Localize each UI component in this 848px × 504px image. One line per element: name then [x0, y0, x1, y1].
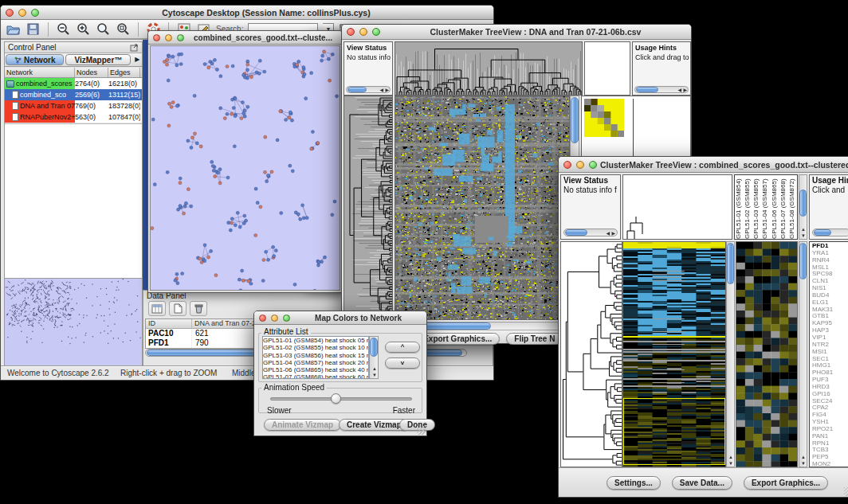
gene-label[interactable]: GTB1 [812, 313, 848, 320]
network1-title-bar[interactable]: combined_scores_good.txt--cluste... [148, 31, 342, 45]
attribute-item[interactable]: GPL51-07 (GSM868) heat shock 60 min [263, 373, 368, 379]
row-dendrogram[interactable] [560, 241, 622, 467]
treeview2-button[interactable]: Save Data... [672, 476, 732, 490]
zoom-selected-icon[interactable] [96, 22, 111, 37]
dialog-title-bar[interactable]: Map Colors to Network [254, 311, 426, 325]
close-button[interactable] [259, 315, 266, 322]
treeview1-button[interactable]: Flip Tree N [506, 333, 563, 345]
open-file-icon[interactable] [6, 22, 21, 37]
zoom-button[interactable] [31, 9, 39, 17]
save-icon[interactable] [26, 22, 41, 37]
minimize-button[interactable] [576, 161, 584, 169]
view-status-scrollbar[interactable]: ◀▶ [563, 229, 618, 236]
attribute-item[interactable]: GPL51-02 (GSM855) heat shock 10 min [263, 344, 368, 351]
treeview1-button[interactable]: Export Graphics... [415, 333, 500, 345]
gene-label[interactable]: NIS1 [812, 285, 848, 292]
gene-label[interactable]: RPO21 [812, 426, 848, 433]
birds-eye-view[interactable] [5, 278, 142, 365]
zoom-button[interactable] [589, 161, 597, 169]
treeview2-title-bar[interactable]: ClusterMaker TreeView : combined_scores_… [559, 157, 848, 173]
gene-label[interactable]: PEP5 [812, 454, 848, 461]
close-button[interactable] [563, 161, 571, 169]
resize-grip[interactable] [844, 487, 848, 496]
gene-label[interactable]: MAK31 [812, 307, 848, 314]
speed-slider-track[interactable] [270, 397, 412, 400]
select-attributes-icon[interactable] [148, 301, 166, 316]
zoom-button[interactable] [372, 28, 380, 36]
tab-overflow-arrow[interactable]: ▶ [132, 53, 143, 66]
gene-label[interactable]: ELG1 [812, 299, 848, 307]
correlation-thumbnail[interactable] [584, 99, 624, 137]
new-attribute-icon[interactable] [169, 301, 186, 316]
gene-label[interactable]: NTR2 [812, 342, 848, 349]
attribute-item[interactable]: GPL51-01 (GSM854) heat shock 05 min [263, 337, 368, 344]
gene-label[interactable]: MSI1 [812, 349, 848, 356]
network-row[interactable]: RNAPuberNov2+ 563(0) 107847(0) [5, 111, 142, 123]
gene-label[interactable]: PAN1 [812, 433, 848, 440]
gene-label[interactable]: MSL1 [812, 264, 848, 272]
column-labels-scrollbar[interactable]: ▲▼ [799, 174, 807, 240]
minimize-button[interactable] [18, 9, 26, 17]
treeview2-button[interactable]: Settings... [607, 476, 661, 490]
column-dendrogram[interactable] [622, 174, 732, 240]
attribute-list[interactable]: GPL51-01 (GSM854) heat shock 05 minGPL51… [262, 336, 369, 379]
gene-label[interactable]: HRD3 [812, 384, 848, 391]
delete-attribute-icon[interactable] [190, 301, 207, 316]
attribute-item[interactable]: GPL51-06 (GSM865) heat shock 40 min [263, 366, 368, 373]
tab-vizmapper[interactable]: VizMapper™ [65, 54, 131, 65]
tab-network[interactable]: Network [6, 54, 64, 65]
gene-label[interactable]: KAP95 [812, 320, 848, 327]
close-button[interactable] [153, 34, 160, 41]
attribute-item[interactable]: GPL51-03 (GSM856) heat shock 15 min [263, 352, 368, 359]
gene-label[interactable]: YSH1 [812, 419, 848, 426]
usage-hints-scrollbar[interactable] [812, 229, 848, 236]
gene-label[interactable]: PFD1 [812, 243, 848, 250]
zoom-in-icon[interactable] [76, 22, 91, 37]
minimize-button[interactable] [165, 34, 172, 41]
gene-label[interactable]: CPA2 [812, 404, 848, 412]
attribute-item[interactable]: GPL51-04 (GSM857) heat shock 20 min [263, 359, 368, 366]
gene-label[interactable]: TCB3 [812, 447, 848, 454]
heatmap-view[interactable] [622, 241, 726, 467]
view-status-scrollbar[interactable]: ◀▶ [346, 86, 391, 93]
gene-label[interactable]: RNR4 [812, 257, 848, 264]
treeview1-title-bar[interactable]: ClusterMaker TreeView : DNA and Tran 07-… [342, 25, 691, 40]
gene-label[interactable]: HAP3 [812, 327, 848, 334]
row-dendrogram[interactable] [344, 96, 393, 320]
heatmap-vertical-scrollbar[interactable]: ▲▼ [726, 241, 735, 467]
treeview2-button[interactable]: Export Graphics... [744, 476, 828, 490]
gene-label[interactable]: VIP1 [812, 334, 848, 342]
gene-label[interactable]: PHO81 [812, 369, 848, 377]
close-button[interactable] [6, 9, 14, 17]
zoom-out-icon[interactable] [56, 22, 71, 37]
gene-label[interactable]: SEC1 [812, 356, 848, 363]
column-dendrogram[interactable] [395, 41, 583, 96]
zoom-fit-icon[interactable] [116, 22, 131, 37]
network-row[interactable]: DNA and Tran 07 769(0) 183728(0) [5, 100, 142, 111]
network-tree-area[interactable] [5, 123, 142, 278]
attribute-list-scrollbar[interactable]: ▲▼ [369, 336, 379, 379]
resize-grip[interactable] [417, 426, 426, 435]
gene-label[interactable]: HMG1 [812, 362, 848, 369]
animate-vizmap-button[interactable]: Animate Vizmap [264, 419, 341, 431]
minimize-button[interactable] [271, 315, 278, 322]
gene-label[interactable]: SPC98 [812, 271, 848, 278]
gene-label[interactable]: PUF3 [812, 377, 848, 384]
network-row[interactable]: combined_sco 2569(6) 13112(15) [5, 89, 142, 100]
zoomed-heatmap-scrollbar[interactable]: ▲▼ [799, 241, 807, 467]
network-row[interactable]: combined_scores 2764(0) 16218(0) [5, 78, 142, 89]
gene-label[interactable]: YRA1 [812, 250, 848, 257]
network1-view[interactable] [150, 45, 340, 291]
close-button[interactable] [347, 28, 355, 36]
gene-label[interactable]: GPI16 [812, 391, 848, 398]
zoom-button[interactable] [177, 34, 184, 41]
gene-label[interactable]: CLN1 [812, 278, 848, 285]
gene-label[interactable]: RPN1 [812, 440, 848, 447]
gene-label[interactable]: SEC24 [812, 398, 848, 405]
minimize-button[interactable] [359, 28, 367, 36]
speed-slider-thumb[interactable] [331, 393, 341, 404]
zoomed-heatmap[interactable] [736, 241, 798, 467]
heatmap-view[interactable] [395, 96, 570, 320]
gene-label[interactable]: MON2 [812, 461, 848, 467]
main-title-bar[interactable]: Cytoscape Desktop (Session Name: collins… [1, 6, 493, 20]
